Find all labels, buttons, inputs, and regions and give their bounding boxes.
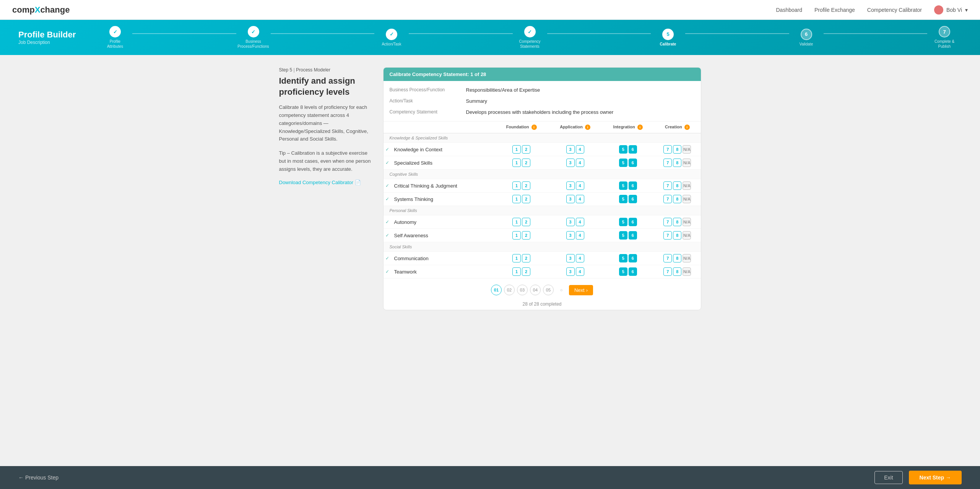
na-btn[interactable]: N/A (683, 218, 691, 226)
score-btn[interactable]: 3 (566, 181, 575, 190)
score-btn[interactable]: 8 (673, 145, 681, 154)
score-btn[interactable]: 2 (522, 267, 530, 276)
score-btn[interactable]: 6 (629, 267, 637, 276)
step-1[interactable]: ✓ ProfileAttributes (98, 26, 132, 49)
na-btn[interactable]: N/A (683, 231, 691, 240)
creation-info-icon[interactable]: i (684, 125, 690, 130)
step-3[interactable]: ✓ Action/Task (374, 29, 409, 47)
integration-info-icon[interactable]: i (637, 125, 643, 130)
score-btn[interactable]: 6 (629, 231, 637, 240)
score-btn[interactable]: 4 (576, 159, 584, 167)
score-btn[interactable]: 3 (566, 254, 575, 262)
score-btn[interactable]: 5 (619, 218, 627, 226)
page-dot-3[interactable]: 03 (517, 285, 528, 295)
na-btn[interactable]: N/A (683, 145, 691, 154)
score-btn[interactable]: 8 (673, 231, 681, 240)
page-dot-2[interactable]: 02 (504, 285, 515, 295)
score-btn[interactable]: 6 (629, 218, 637, 226)
score-btn[interactable]: 7 (663, 159, 672, 167)
score-btn[interactable]: 1 (512, 195, 521, 203)
step-4[interactable]: ✓ CompetencyStatements (513, 26, 547, 49)
score-btn[interactable]: 2 (522, 145, 530, 154)
creation-scores: 78N/A (654, 179, 700, 193)
score-btn[interactable]: 8 (673, 195, 681, 203)
score-btn[interactable]: 2 (522, 231, 530, 240)
score-btn[interactable]: 4 (576, 254, 584, 262)
score-btn[interactable]: 5 (619, 181, 627, 190)
step-2[interactable]: ✓ BusinessProcess/Functions (236, 26, 271, 49)
page-dot-1[interactable]: 01 (491, 285, 502, 295)
score-btn[interactable]: 7 (663, 195, 672, 203)
score-btn[interactable]: 6 (629, 145, 637, 154)
score-btn[interactable]: 2 (522, 254, 530, 262)
score-btn[interactable]: 1 (512, 181, 521, 190)
download-link[interactable]: Download Competency Calibrator 📄 (279, 180, 371, 185)
skill-name: Autonomy (391, 215, 495, 229)
score-btn[interactable]: 7 (663, 267, 672, 276)
score-btn[interactable]: 4 (576, 231, 584, 240)
nav-dashboard[interactable]: Dashboard (776, 7, 802, 13)
nav-competency-calibrator[interactable]: Competency Calibrator (867, 7, 922, 13)
na-btn[interactable]: N/A (683, 267, 691, 276)
score-btn[interactable]: 6 (629, 195, 637, 203)
score-btn[interactable]: 3 (566, 159, 575, 167)
na-btn[interactable]: N/A (683, 181, 691, 190)
score-btn[interactable]: 7 (663, 254, 672, 262)
navbar-user[interactable]: Bob Vi ▾ (934, 5, 968, 15)
step-7[interactable]: 7 Complete &Publish (927, 26, 962, 49)
score-btn[interactable]: 7 (663, 145, 672, 154)
prev-step-link[interactable]: ← Previous Step (18, 474, 59, 481)
exit-button[interactable]: Exit (874, 471, 902, 484)
score-btn[interactable]: 2 (522, 159, 530, 167)
score-btn[interactable]: 3 (566, 267, 575, 276)
score-btn[interactable]: 2 (522, 181, 530, 190)
score-btn[interactable]: 3 (566, 218, 575, 226)
score-btn[interactable]: 5 (619, 145, 627, 154)
score-btn[interactable]: 8 (673, 254, 681, 262)
score-btn[interactable]: 4 (576, 267, 584, 276)
score-btn[interactable]: 7 (663, 181, 672, 190)
score-btn[interactable]: 6 (629, 159, 637, 167)
na-btn[interactable]: N/A (683, 159, 691, 167)
score-btn[interactable]: 5 (619, 195, 627, 203)
score-btn[interactable]: 6 (629, 254, 637, 262)
score-btn[interactable]: 2 (522, 195, 530, 203)
step-circle-4: ✓ (524, 26, 536, 37)
score-btn[interactable]: 5 (619, 254, 627, 262)
score-btn[interactable]: 5 (619, 267, 627, 276)
step-6[interactable]: 6 Validate (789, 29, 824, 47)
na-btn[interactable]: N/A (683, 195, 691, 203)
score-btn[interactable]: 2 (522, 218, 530, 226)
score-btn[interactable]: 3 (566, 231, 575, 240)
page-dot-4[interactable]: 04 (530, 285, 541, 295)
score-btn[interactable]: 6 (629, 181, 637, 190)
score-btn[interactable]: 8 (673, 218, 681, 226)
score-btn[interactable]: 1 (512, 267, 521, 276)
score-btn[interactable]: 5 (619, 159, 627, 167)
pagination-next-button[interactable]: Next › (569, 285, 593, 295)
score-btn[interactable]: 5 (619, 231, 627, 240)
application-info-icon[interactable]: i (585, 125, 590, 130)
score-btn[interactable]: 3 (566, 145, 575, 154)
score-btn[interactable]: 7 (663, 231, 672, 240)
na-btn[interactable]: N/A (683, 254, 691, 262)
nav-profile-exchange[interactable]: Profile Exchange (814, 7, 855, 13)
score-btn[interactable]: 1 (512, 231, 521, 240)
score-btn[interactable]: 7 (663, 218, 672, 226)
foundation-info-icon[interactable]: i (531, 125, 537, 130)
score-btn[interactable]: 1 (512, 145, 521, 154)
score-btn[interactable]: 3 (566, 195, 575, 203)
score-btn[interactable]: 8 (673, 181, 681, 190)
score-btn[interactable]: 1 (512, 218, 521, 226)
next-step-button[interactable]: Next Step → (909, 471, 962, 484)
score-btn[interactable]: 8 (673, 159, 681, 167)
score-btn[interactable]: 1 (512, 159, 521, 167)
score-btn[interactable]: 4 (576, 181, 584, 190)
page-dot-5[interactable]: 05 (543, 285, 554, 295)
score-btn[interactable]: 4 (576, 195, 584, 203)
score-btn[interactable]: 4 (576, 145, 584, 154)
score-btn[interactable]: 8 (673, 267, 681, 276)
score-btn[interactable]: 4 (576, 218, 584, 226)
step-5[interactable]: 5 Calibrate (651, 29, 685, 47)
score-btn[interactable]: 1 (512, 254, 521, 262)
